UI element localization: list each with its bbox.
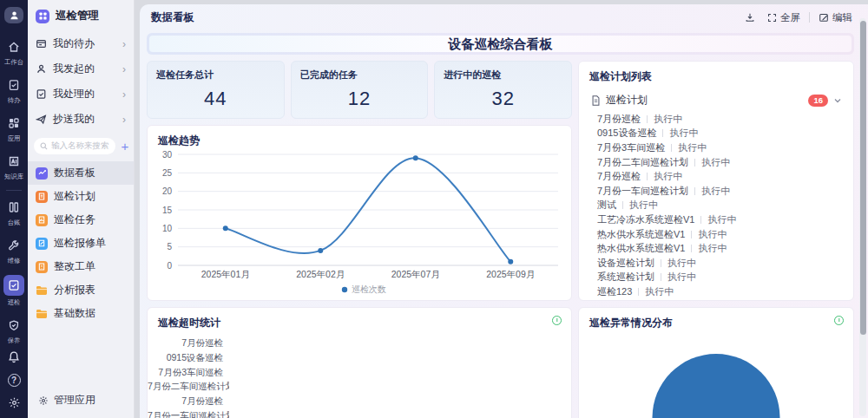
plan-name: 7月份巡检 <box>597 170 641 183</box>
svg-text:2025年07月: 2025年07月 <box>391 269 440 279</box>
overtime-chart-panel: 巡检超时统计 7月份巡检 0915设备巡检 7月份3车间巡检 7月份二车间巡检计… <box>147 307 572 418</box>
menu-item-label: 数据看板 <box>54 166 95 180</box>
divider <box>691 231 692 238</box>
scrollbar-thumb[interactable] <box>860 21 866 335</box>
stat-card: 巡检任务总计 44 <box>147 61 285 119</box>
search-icon <box>40 142 48 150</box>
manage-app-button[interactable]: 管理应用 <box>28 382 134 418</box>
rail-item-巡检[interactable]: 巡检 <box>0 271 28 312</box>
sidebar-menu-item[interactable]: 整改工单 <box>28 255 134 278</box>
trend-line-chart[interactable]: 0510152025302025年01月2025年02月2025年07月2025… <box>152 146 569 300</box>
anomaly-pie-chart[interactable] <box>653 354 780 418</box>
app-title: 巡检管理 <box>28 0 134 31</box>
notifications-bell-icon[interactable] <box>7 350 21 364</box>
rail-item-保养[interactable]: 保养 <box>0 312 28 350</box>
quick-link-label: 我处理的 <box>53 87 116 101</box>
plan-list-item[interactable]: 测试 执行中 <box>579 199 853 213</box>
divider <box>809 12 810 23</box>
plan-status: 执行中 <box>678 141 707 154</box>
maintenance-icon <box>5 317 23 334</box>
bar-category-label: 7月份二车间巡检计划 <box>148 381 229 393</box>
settings-gear-icon[interactable] <box>8 396 21 409</box>
plan-list-item[interactable]: 7月份3车间巡检 执行中 <box>579 140 853 155</box>
sidebar-menu-item[interactable]: 基础数据 <box>28 302 134 325</box>
plan-list-item[interactable]: 7月份二车间巡检计划 执行中 <box>579 155 853 170</box>
inspection-icon <box>3 275 24 296</box>
sidebar-menu-item[interactable]: 分析报表 <box>28 278 134 302</box>
stat-card: 进行中的巡检 32 <box>434 61 572 119</box>
divider <box>671 144 672 152</box>
rail-item-应用[interactable]: 应用 <box>0 110 28 148</box>
chevron-right-icon: › <box>122 114 126 126</box>
add-button[interactable]: + <box>120 140 131 153</box>
fullscreen-button[interactable]: 全屏 <box>767 11 800 24</box>
divider <box>622 201 623 209</box>
rail-divider <box>6 190 22 191</box>
download-icon <box>745 12 755 23</box>
page-header: 数据看板 全屏 编辑 <box>140 4 868 30</box>
plan-list-item[interactable]: 系统巡检计划 执行中 <box>579 271 853 285</box>
plan-list-panel: 巡检计划列表 巡检计划 16 7月份巡检 执行中 0915设备巡检 执行中 7月… <box>578 61 854 301</box>
plan-icon <box>36 191 48 203</box>
bar-category-label: 7月份一车间巡检计划 <box>148 410 229 418</box>
plan-list-item[interactable]: 巡检123 执行中 <box>579 284 853 299</box>
sidebar-menu-item[interactable]: 巡检计划 <box>28 185 134 208</box>
svg-text:5: 5 <box>167 242 172 251</box>
plan-list-item[interactable]: 7月份巡检 执行中 <box>579 112 853 127</box>
sidebar-quick-link[interactable]: 我发起的 › <box>28 56 134 82</box>
bar-category-label: 7月份巡检 <box>148 337 229 349</box>
menu-item-label: 巡检任务 <box>54 212 95 227</box>
sidebar-menu-item[interactable]: 数据看板 <box>28 161 134 185</box>
svg-text:25: 25 <box>162 168 173 178</box>
plan-list-item[interactable]: 7月份一车间巡检计划 执行中 <box>579 184 853 199</box>
search-input[interactable]: 输入名称来搜索 <box>34 138 115 154</box>
plan-status: 执行中 <box>654 170 682 183</box>
bar-row: 7月份巡检 <box>148 336 571 351</box>
help-icon[interactable]: ? <box>8 374 21 387</box>
anomaly-chart-panel: 巡检异常情况分布 <box>578 307 854 418</box>
trend-chart-panel: 巡检趋势 0510152025302025年01月2025年02月2025年07… <box>147 125 572 301</box>
sidebar-quick-link[interactable]: 我处理的 › <box>28 82 134 107</box>
refresh-status-icon[interactable] <box>834 316 844 325</box>
vertical-scrollbar[interactable] <box>859 18 866 416</box>
avatar[interactable] <box>4 7 23 23</box>
divider <box>694 159 695 167</box>
app-logo-icon <box>36 10 49 23</box>
sidebar-quick-link[interactable]: 我的待办 › <box>28 31 134 56</box>
sidebar-menu-item[interactable]: 巡检报修单 <box>28 232 134 255</box>
plan-list-item[interactable]: 设备巡检计划 执行中 <box>579 256 853 271</box>
refresh-status-icon[interactable] <box>552 316 562 325</box>
plan-group-header[interactable]: 巡检计划 16 <box>579 84 853 112</box>
bar-category-label: 7月份巡检 <box>148 395 229 408</box>
svg-text:20: 20 <box>162 186 173 196</box>
divider <box>691 245 692 252</box>
rail-item-台账[interactable]: 台账 <box>0 194 28 232</box>
cc-icon <box>36 114 47 125</box>
plan-list-item[interactable]: 热水供水系统巡检V1 执行中 <box>579 227 853 242</box>
initiated-icon <box>36 63 47 75</box>
plan-status: 执行中 <box>667 271 696 284</box>
rail-item-待办[interactable]: 待办 <box>0 72 28 110</box>
overtime-bar-chart: 7月份巡检 0915设备巡检 7月份3车间巡检 7月份二车间巡检计划 7月份巡检… <box>148 336 571 418</box>
fullscreen-icon <box>767 13 777 23</box>
bar-row: 7月份一车间巡检计划 <box>148 408 571 418</box>
plan-list-item[interactable]: 工艺冷冻水系统巡检V1 执行中 <box>579 212 853 227</box>
menu-item-label: 巡检报修单 <box>54 236 106 251</box>
download-button[interactable] <box>745 12 755 23</box>
bar-row: 7月份巡检 <box>148 395 571 409</box>
rail-item-知识库[interactable]: 知识库 <box>0 148 28 186</box>
user-icon <box>9 10 20 21</box>
plan-name: 测试 <box>597 199 616 212</box>
plan-list-item[interactable]: 0915设备巡检 执行中 <box>579 127 853 141</box>
rail-item-维修[interactable]: 维修 <box>0 232 28 271</box>
sidebar-menu-item[interactable]: 巡检任务 <box>28 208 134 232</box>
stats-row: 巡检任务总计 44 已完成的任务 12 进行中的巡检 32 <box>147 61 572 119</box>
edit-button[interactable]: 编辑 <box>819 11 852 24</box>
plan-list-item[interactable]: 7月份巡检 执行中 <box>579 169 853 184</box>
rail-item-工作台[interactable]: 工作台 <box>0 34 28 72</box>
plan-list-item[interactable]: 热水供水系统巡检V1 执行中 <box>579 241 853 256</box>
rail-item-label: 应用 <box>8 134 21 142</box>
divider <box>647 115 648 123</box>
plan-name: 系统巡检计划 <box>597 271 654 284</box>
sidebar-quick-link[interactable]: 抄送我的 › <box>28 107 134 132</box>
